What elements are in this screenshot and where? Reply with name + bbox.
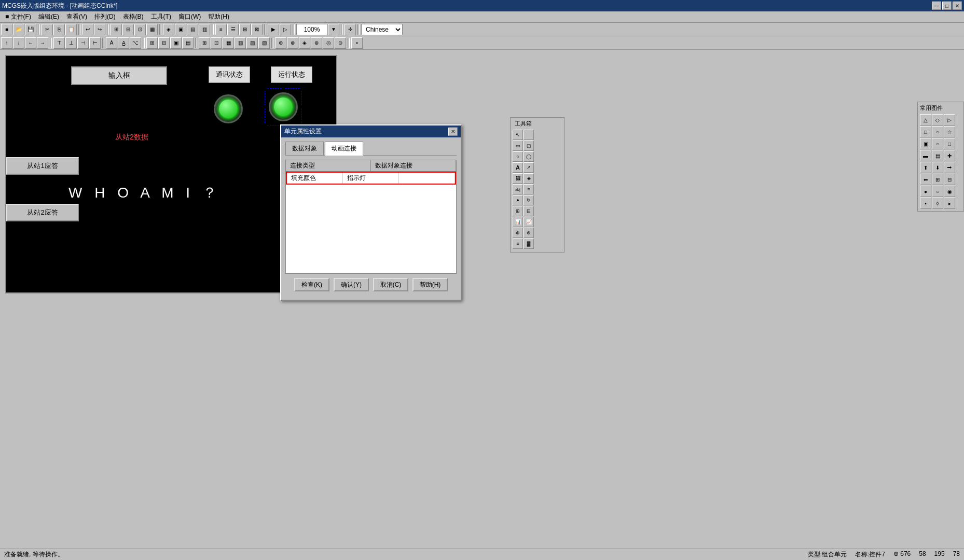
tb2-b18[interactable]: ▦ [223, 37, 234, 49]
tb2-b6[interactable]: ⊥ [65, 37, 77, 49]
shape-arrow-dn[interactable]: ⬇ [932, 162, 943, 173]
tb-new[interactable]: ■ [1, 24, 12, 35]
tool-arrow[interactable]: ↖ [513, 130, 523, 140]
tb2-b1[interactable]: ↑ [1, 37, 12, 49]
tool-rotate[interactable]: ↻ [524, 195, 534, 205]
tb2-b9[interactable]: A [106, 37, 117, 49]
tb2-b27[interactable]: ⊙ [335, 37, 346, 49]
tb2-b2[interactable]: ↓ [13, 37, 24, 49]
tb-copy[interactable]: ⎘ [53, 24, 65, 35]
menu-table[interactable]: 表格(B) [120, 11, 147, 22]
shape-sub[interactable]: ⊟ [944, 174, 955, 185]
tool-script[interactable]: ⊗ [524, 228, 534, 238]
menu-window[interactable]: 窗口(W) [175, 11, 204, 22]
menu-tools[interactable]: 工具(T) [148, 11, 174, 22]
dialog-close-button[interactable]: ✕ [448, 128, 458, 136]
shape-square[interactable]: □ [920, 126, 931, 137]
tool-table[interactable]: ⊟ [524, 206, 534, 216]
handle-mr[interactable] [300, 105, 303, 108]
tb2-b28[interactable]: ▪ [351, 37, 363, 49]
tool-chart[interactable]: 📊 [513, 217, 523, 227]
menu-file[interactable]: ■ 文件(F) [2, 11, 34, 22]
tb-b2[interactable]: ⊟ [122, 24, 134, 35]
menu-edit[interactable]: 编辑(E) [35, 11, 62, 22]
tb-paste[interactable]: 📋 [65, 24, 77, 35]
shape-h-rect[interactable]: ▬ [920, 150, 931, 161]
tool-grid[interactable]: ⊞ [513, 206, 523, 216]
shape-cross[interactable]: ✚ [944, 150, 955, 161]
dialog-table-row-0[interactable]: 填充颜色 指示灯 [286, 172, 456, 185]
tool-rect[interactable]: ▭ [513, 141, 523, 151]
tb2-b25[interactable]: ⊛ [311, 37, 322, 49]
tb-b6[interactable]: ▣ [175, 24, 186, 35]
shape-tri-up[interactable]: △ [920, 114, 931, 125]
tb2-b3[interactable]: ← [25, 37, 36, 49]
dialog-tab-animation-link[interactable]: 动画连接 [325, 142, 363, 156]
close-button[interactable]: ✕ [953, 2, 962, 10]
tb2-b14[interactable]: ▣ [170, 37, 182, 49]
dialog-check-button[interactable]: 检查(K) [294, 278, 329, 291]
tb-b1[interactable]: ⊞ [111, 24, 122, 35]
tb-b7[interactable]: ▤ [187, 24, 198, 35]
dialog-confirm-button[interactable]: 确认(Y) [334, 278, 369, 291]
tool-circle[interactable]: ○ [513, 151, 523, 162]
tb2-b22[interactable]: ⊕ [275, 37, 286, 49]
tb-save[interactable]: 💾 [25, 24, 36, 35]
tool-text[interactable]: A [513, 162, 523, 173]
tb-b8[interactable]: ▥ [199, 24, 210, 35]
tool-rounded-rect[interactable]: ▢ [524, 141, 534, 151]
menu-arrange[interactable]: 排列(D) [91, 11, 119, 22]
tb2-b19[interactable]: ▥ [235, 37, 246, 49]
tb2-b11[interactable]: ⌥ [130, 37, 141, 49]
dialog-cancel-button[interactable]: 取消(C) [373, 278, 408, 291]
tb2-b8[interactable]: ⊢ [89, 37, 101, 49]
tb2-b7[interactable]: ⊣ [77, 37, 89, 49]
dialog-unit-properties[interactable]: 单元属性设置 ✕ 数据对象 动画连接 连接类型 数据对象连接 [280, 124, 462, 301]
tb-b9[interactable]: ≡ [215, 24, 227, 35]
tb2-b12[interactable]: ⊞ [146, 37, 158, 49]
indicator-light-run[interactable] [268, 91, 299, 122]
language-dropdown[interactable]: Chinese English [361, 24, 403, 35]
shape-small-sq[interactable]: ▪ [920, 198, 931, 209]
tb2-b26[interactable]: ◎ [323, 37, 334, 49]
shape-striped[interactable]: ▤ [932, 150, 943, 161]
menu-view[interactable]: 查看(V) [63, 11, 90, 22]
tb2-b24[interactable]: ◈ [299, 37, 310, 49]
tb2-b5[interactable]: ⊤ [53, 37, 65, 49]
shape-oval[interactable]: ○ [932, 138, 943, 149]
tb-open[interactable]: 📂 [13, 24, 24, 35]
shape-filled-circle[interactable]: ● [920, 186, 931, 197]
dialog-tab-data-object[interactable]: 数据对象 [285, 142, 324, 155]
maximize-button[interactable]: □ [942, 2, 952, 10]
tb-b3[interactable]: ⊡ [134, 24, 146, 35]
shape-diamond[interactable]: ◇ [932, 114, 943, 125]
tb-b14[interactable]: ▷ [280, 24, 291, 35]
zoom-input[interactable]: 100% [296, 24, 327, 35]
widget-from-station2[interactable]: 从站2数据 [115, 133, 148, 142]
tb-zoom-dropdown[interactable]: ▼ [328, 24, 339, 35]
tb-b11[interactable]: ⊞ [239, 24, 251, 35]
tb2-b16[interactable]: ⊞ [199, 37, 210, 49]
tool-group[interactable]: ▓ [524, 239, 534, 249]
shape-bullseye[interactable]: ◉ [944, 186, 955, 197]
widget-comm-status[interactable]: 通讯状态 [209, 66, 250, 83]
shape-arrow-lt[interactable]: ⬅ [920, 174, 931, 185]
shape-rect2[interactable]: ▣ [920, 138, 931, 149]
widget-run-status[interactable]: 运行状态 [271, 66, 312, 83]
dialog-help-button[interactable]: 帮助(H) [412, 278, 448, 291]
widget-btn-station1[interactable]: 从站1应答 [6, 157, 79, 175]
shape-tri-sm[interactable]: ▸ [944, 198, 955, 209]
shape-arrow-up[interactable]: ⬆ [920, 162, 931, 173]
widget-input-box[interactable]: 输入框 [71, 66, 167, 85]
tool-alarm[interactable]: ⊕ [513, 228, 523, 238]
handle-tm[interactable] [282, 87, 285, 90]
tool-trend[interactable]: 📈 [524, 217, 534, 227]
tb2-b23[interactable]: ⊗ [287, 37, 298, 49]
tb-b15[interactable]: ✛ [345, 24, 356, 35]
shape-add[interactable]: ⊞ [932, 174, 943, 185]
tool-bullet[interactable]: ● [513, 195, 523, 205]
shape-lozenge[interactable]: ◊ [932, 198, 943, 209]
tb-redo[interactable]: ↪ [94, 24, 105, 35]
tb-b13[interactable]: ▶ [268, 24, 279, 35]
tool-ellipse[interactable]: ◯ [524, 151, 534, 162]
